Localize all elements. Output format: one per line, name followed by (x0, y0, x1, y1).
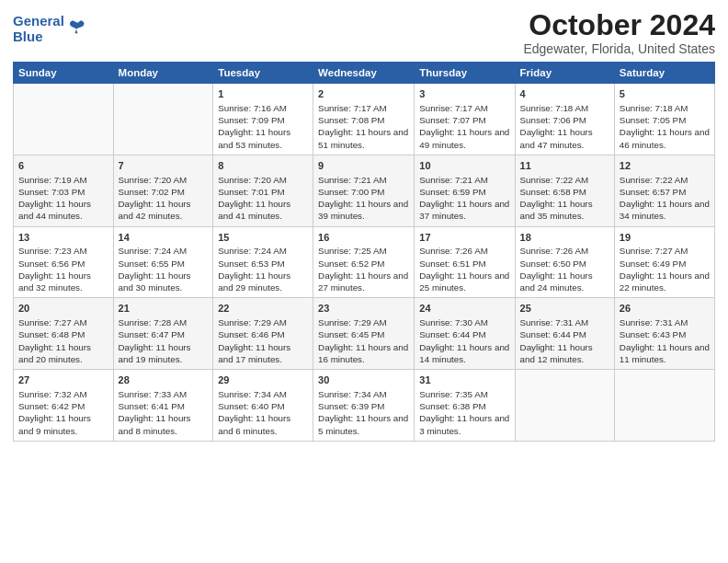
day-detail: Sunrise: 7:19 AM Sunset: 7:03 PM Dayligh… (18, 174, 108, 223)
calendar-cell: 5Sunrise: 7:18 AM Sunset: 7:05 PM Daylig… (614, 84, 714, 155)
header-row: SundayMondayTuesdayWednesdayThursdayFrid… (14, 63, 715, 84)
day-number: 11 (520, 159, 609, 173)
day-number: 25 (520, 302, 609, 316)
day-detail: Sunrise: 7:17 AM Sunset: 7:08 PM Dayligh… (318, 102, 409, 151)
calendar-cell: 11Sunrise: 7:22 AM Sunset: 6:58 PM Dayli… (515, 155, 614, 226)
day-number: 15 (218, 231, 308, 245)
week-row-3: 13Sunrise: 7:23 AM Sunset: 6:56 PM Dayli… (14, 226, 715, 298)
page-subtitle: Edgewater, Florida, United States (523, 41, 715, 56)
day-detail: Sunrise: 7:32 AM Sunset: 6:42 PM Dayligh… (18, 388, 108, 437)
logo: General Blue (13, 13, 86, 45)
day-header-sunday: Sunday (14, 63, 114, 84)
day-number: 13 (18, 231, 108, 245)
calendar-cell: 6Sunrise: 7:19 AM Sunset: 7:03 PM Daylig… (14, 155, 114, 226)
calendar-cell: 7Sunrise: 7:20 AM Sunset: 7:02 PM Daylig… (113, 155, 213, 226)
title-block: October 2024 Edgewater, Florida, United … (523, 9, 715, 56)
day-detail: Sunrise: 7:29 AM Sunset: 6:46 PM Dayligh… (218, 316, 308, 365)
day-detail: Sunrise: 7:31 AM Sunset: 6:43 PM Dayligh… (620, 316, 710, 365)
week-row-5: 27Sunrise: 7:32 AM Sunset: 6:42 PM Dayli… (14, 370, 715, 442)
logo-bird-icon (66, 18, 86, 39)
day-detail: Sunrise: 7:23 AM Sunset: 6:56 PM Dayligh… (18, 245, 108, 293)
day-detail: Sunrise: 7:22 AM Sunset: 6:57 PM Dayligh… (620, 174, 710, 223)
day-detail: Sunrise: 7:28 AM Sunset: 6:47 PM Dayligh… (119, 316, 209, 365)
day-detail: Sunrise: 7:21 AM Sunset: 7:00 PM Dayligh… (318, 174, 409, 223)
day-number: 3 (419, 87, 509, 101)
calendar-table: SundayMondayTuesdayWednesdayThursdayFrid… (13, 62, 715, 442)
day-detail: Sunrise: 7:25 AM Sunset: 6:52 PM Dayligh… (318, 245, 409, 293)
day-number: 26 (620, 302, 710, 316)
day-detail: Sunrise: 7:16 AM Sunset: 7:09 PM Dayligh… (218, 102, 308, 151)
day-detail: Sunrise: 7:33 AM Sunset: 6:41 PM Dayligh… (119, 388, 209, 437)
calendar-cell: 23Sunrise: 7:29 AM Sunset: 6:45 PM Dayli… (313, 298, 415, 370)
day-number: 19 (620, 231, 710, 245)
day-detail: Sunrise: 7:24 AM Sunset: 6:53 PM Dayligh… (218, 245, 308, 293)
week-row-1: 1Sunrise: 7:16 AM Sunset: 7:09 PM Daylig… (14, 84, 715, 155)
calendar-cell: 29Sunrise: 7:34 AM Sunset: 6:40 PM Dayli… (213, 370, 313, 442)
day-number: 1 (218, 87, 308, 101)
day-number: 30 (318, 373, 409, 387)
day-detail: Sunrise: 7:26 AM Sunset: 6:51 PM Dayligh… (419, 245, 509, 293)
calendar-cell: 2Sunrise: 7:17 AM Sunset: 7:08 PM Daylig… (313, 84, 415, 155)
calendar-cell: 22Sunrise: 7:29 AM Sunset: 6:46 PM Dayli… (213, 298, 313, 370)
calendar-cell: 9Sunrise: 7:21 AM Sunset: 7:00 PM Daylig… (313, 155, 415, 226)
day-detail: Sunrise: 7:30 AM Sunset: 6:44 PM Dayligh… (419, 316, 509, 365)
day-detail: Sunrise: 7:26 AM Sunset: 6:50 PM Dayligh… (520, 245, 609, 293)
day-number: 7 (119, 159, 209, 173)
calendar-cell: 1Sunrise: 7:16 AM Sunset: 7:09 PM Daylig… (213, 84, 313, 155)
logo-blue: Blue (13, 29, 43, 44)
calendar-cell: 24Sunrise: 7:30 AM Sunset: 6:44 PM Dayli… (415, 298, 515, 370)
day-detail: Sunrise: 7:27 AM Sunset: 6:49 PM Dayligh… (620, 245, 710, 293)
day-detail: Sunrise: 7:17 AM Sunset: 7:07 PM Dayligh… (419, 102, 509, 151)
page-title: October 2024 (523, 9, 715, 41)
day-header-thursday: Thursday (415, 63, 515, 84)
day-detail: Sunrise: 7:35 AM Sunset: 6:38 PM Dayligh… (419, 388, 509, 437)
calendar-cell: 13Sunrise: 7:23 AM Sunset: 6:56 PM Dayli… (14, 226, 114, 298)
calendar-cell: 31Sunrise: 7:35 AM Sunset: 6:38 PM Dayli… (415, 370, 515, 442)
day-header-friday: Friday (515, 63, 614, 84)
day-header-saturday: Saturday (614, 63, 714, 84)
calendar-cell: 20Sunrise: 7:27 AM Sunset: 6:48 PM Dayli… (14, 298, 114, 370)
calendar-cell: 28Sunrise: 7:33 AM Sunset: 6:41 PM Dayli… (113, 370, 213, 442)
day-number: 31 (419, 373, 509, 387)
day-number: 12 (620, 159, 710, 173)
calendar-cell: 21Sunrise: 7:28 AM Sunset: 6:47 PM Dayli… (113, 298, 213, 370)
calendar-cell: 16Sunrise: 7:25 AM Sunset: 6:52 PM Dayli… (313, 226, 415, 298)
day-detail: Sunrise: 7:34 AM Sunset: 6:40 PM Dayligh… (218, 388, 308, 437)
day-number: 6 (18, 159, 108, 173)
calendar-cell: 10Sunrise: 7:21 AM Sunset: 6:59 PM Dayli… (415, 155, 515, 226)
calendar-cell: 19Sunrise: 7:27 AM Sunset: 6:49 PM Dayli… (614, 226, 714, 298)
calendar-cell: 27Sunrise: 7:32 AM Sunset: 6:42 PM Dayli… (14, 370, 114, 442)
header: General Blue October 2024 Edgewater, Flo… (13, 9, 715, 56)
day-detail: Sunrise: 7:22 AM Sunset: 6:58 PM Dayligh… (520, 174, 609, 223)
day-detail: Sunrise: 7:31 AM Sunset: 6:44 PM Dayligh… (520, 316, 609, 365)
day-detail: Sunrise: 7:34 AM Sunset: 6:39 PM Dayligh… (318, 388, 409, 437)
day-number: 9 (318, 159, 409, 173)
calendar-cell (14, 84, 114, 155)
day-detail: Sunrise: 7:20 AM Sunset: 7:01 PM Dayligh… (218, 174, 308, 223)
day-number: 4 (520, 87, 609, 101)
day-number: 2 (318, 87, 409, 101)
calendar-cell: 12Sunrise: 7:22 AM Sunset: 6:57 PM Dayli… (614, 155, 714, 226)
day-detail: Sunrise: 7:18 AM Sunset: 7:06 PM Dayligh… (520, 102, 609, 151)
calendar-cell (515, 370, 614, 442)
day-number: 20 (18, 302, 108, 316)
calendar-cell: 30Sunrise: 7:34 AM Sunset: 6:39 PM Dayli… (313, 370, 415, 442)
day-header-tuesday: Tuesday (213, 63, 313, 84)
day-detail: Sunrise: 7:18 AM Sunset: 7:05 PM Dayligh… (620, 102, 710, 151)
day-number: 29 (218, 373, 308, 387)
day-detail: Sunrise: 7:24 AM Sunset: 6:55 PM Dayligh… (119, 245, 209, 293)
day-number: 22 (218, 302, 308, 316)
day-header-monday: Monday (113, 63, 213, 84)
calendar-cell (113, 84, 213, 155)
logo-general: General (13, 13, 64, 29)
week-row-4: 20Sunrise: 7:27 AM Sunset: 6:48 PM Dayli… (14, 298, 715, 370)
day-header-wednesday: Wednesday (313, 63, 415, 84)
day-number: 10 (419, 159, 509, 173)
week-row-2: 6Sunrise: 7:19 AM Sunset: 7:03 PM Daylig… (14, 155, 715, 226)
page-container: General Blue October 2024 Edgewater, Flo… (0, 0, 728, 451)
calendar-cell: 14Sunrise: 7:24 AM Sunset: 6:55 PM Dayli… (113, 226, 213, 298)
day-number: 23 (318, 302, 409, 316)
calendar-cell: 3Sunrise: 7:17 AM Sunset: 7:07 PM Daylig… (415, 84, 515, 155)
day-detail: Sunrise: 7:21 AM Sunset: 6:59 PM Dayligh… (419, 174, 509, 223)
calendar-cell (614, 370, 714, 442)
